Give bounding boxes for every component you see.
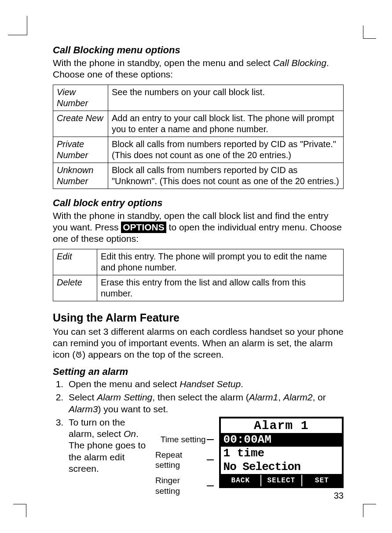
step-2: Select Alarm Setting, then select the al… <box>66 392 344 415</box>
menu-name: Handset Setup <box>180 379 241 389</box>
call-blocking-options-table: View Number See the numbers on your call… <box>53 85 344 189</box>
page-number: 33 <box>334 490 344 501</box>
heading-call-block-entry: Call block entry options <box>53 197 344 209</box>
table-row: View Number See the numbers on your call… <box>53 85 344 111</box>
text: Open the menu and select <box>69 379 180 389</box>
menu-name: Alarm Setting <box>97 392 152 402</box>
softkey-back: BACK <box>221 475 261 486</box>
paragraph: With the phone in standby, open the menu… <box>53 57 344 81</box>
steps-list: Open the menu and select Handset Setup. … <box>53 378 344 496</box>
paragraph: With the phone in standby, open the call… <box>53 210 344 245</box>
text: ) appears on the top of the screen. <box>82 349 223 359</box>
option-desc: See the numbers on your call block list. <box>108 85 344 111</box>
lcd-callout-labels: Time setting Repeat setting Ringer setti… <box>155 417 214 496</box>
option-label: Edit <box>53 249 97 275</box>
menu-name: Alarm3 <box>69 404 98 414</box>
step-1: Open the menu and select Handset Setup. <box>66 378 344 390</box>
step-3: To turn on the alarm, select On. The pho… <box>66 417 344 496</box>
table-row: Create New Add an entry to your call blo… <box>53 111 344 137</box>
option-desc: Block all calls from numbers reported by… <box>108 137 344 163</box>
crop-mark <box>363 504 376 517</box>
option-label: View Number <box>53 85 108 111</box>
menu-name: Alarm2 <box>283 392 313 402</box>
text: To turn on the alarm, select <box>69 417 125 439</box>
option-desc: Block all calls from numbers reported by… <box>108 163 344 189</box>
heading-call-blocking-menu: Call Blocking menu options <box>53 44 344 56</box>
heading-alarm-feature: Using the Alarm Feature <box>53 311 344 325</box>
menu-name: On <box>124 429 136 439</box>
alarm-icon <box>75 349 82 361</box>
lcd-ringer-row: No Selection <box>221 460 342 474</box>
table-row: Private Number Block all calls from numb… <box>53 137 344 163</box>
softkey-select: SELECT <box>261 475 302 486</box>
lcd-title: Alarm 1 <box>221 418 342 433</box>
option-label: Create New <box>53 111 108 137</box>
option-label: Private Number <box>53 137 108 163</box>
callout-ringer-setting: Ringer setting <box>155 475 206 496</box>
paragraph: You can set 3 different alarms on each c… <box>53 326 344 361</box>
lcd-softkeys: BACK SELECT SET <box>221 474 342 486</box>
crop-mark <box>13 504 26 517</box>
callout-repeat-setting: Repeat setting <box>155 450 206 471</box>
manual-page: Call Blocking menu options With the phon… <box>0 0 392 533</box>
connector-line <box>207 439 214 440</box>
lcd-repeat-row: 1 time <box>221 447 342 460</box>
heading-setting-alarm: Setting an alarm <box>53 366 344 378</box>
menu-name: Alarm1 <box>249 392 278 402</box>
connector-line <box>207 459 213 460</box>
option-desc: Edit this entry. The phone will prompt y… <box>97 249 344 275</box>
table-row: Unknown Number Block all calls from numb… <box>53 163 344 189</box>
lcd-time-row: 00:00AM <box>221 433 342 447</box>
table-row: Delete Erase this entry from the list an… <box>53 275 344 301</box>
crop-mark <box>363 26 376 39</box>
svg-line-3 <box>77 352 78 353</box>
text: ) you want to set. <box>98 404 169 414</box>
entry-options-table: Edit Edit this entry. The phone will pro… <box>53 249 344 301</box>
crop-mark <box>8 16 27 35</box>
options-button-label: OPTIONS <box>121 222 166 233</box>
option-desc: Add an entry to your call block list. Th… <box>108 111 344 137</box>
connector-line <box>207 485 214 486</box>
text: With the phone in standby, open the menu… <box>53 58 273 68</box>
lcd-screen: Alarm 1 00:00AM 1 time No Selection BACK… <box>219 417 344 488</box>
option-label: Unknown Number <box>53 163 108 189</box>
callout-time-setting: Time setting <box>161 434 206 445</box>
option-label: Delete <box>53 275 97 301</box>
text: , or <box>312 392 326 402</box>
svg-line-4 <box>80 352 81 353</box>
option-desc: Erase this entry from the list and allow… <box>97 275 344 301</box>
menu-name: Call Blocking <box>273 58 326 68</box>
softkey-set: SET <box>302 475 342 486</box>
text: , then select the alarm ( <box>152 392 249 402</box>
text: Select <box>69 392 97 402</box>
text: , <box>278 392 283 402</box>
table-row: Edit Edit this entry. The phone will pro… <box>53 249 344 275</box>
text: . <box>241 379 243 389</box>
